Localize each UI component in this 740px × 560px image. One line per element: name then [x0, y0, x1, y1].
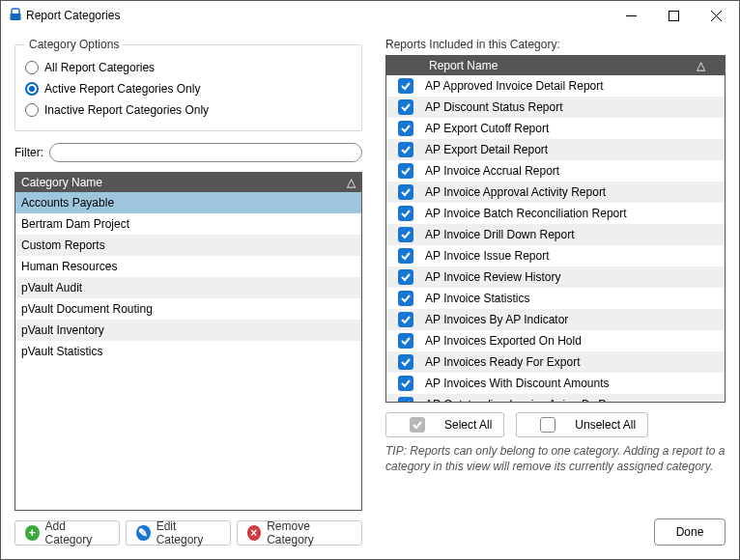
category-header-label: Category Name: [21, 176, 102, 189]
report-row[interactable]: AP Invoice Accrual Report: [386, 160, 725, 182]
report-checkbox[interactable]: [398, 206, 413, 221]
report-checkbox[interactable]: [398, 312, 413, 327]
close-button[interactable]: [695, 2, 737, 29]
category-name: pVault Audit: [21, 281, 82, 294]
maximize-button[interactable]: [652, 2, 695, 29]
pencil-icon: ✎: [136, 525, 151, 541]
category-name: pVault Document Routing: [21, 302, 153, 316]
report-checkbox[interactable]: [398, 121, 413, 136]
radio-option[interactable]: Inactive Report Categories Only: [25, 99, 352, 121]
sort-asc-icon: △: [347, 176, 356, 189]
report-row[interactable]: AP Discount Status Report: [386, 97, 725, 118]
checkbox-checked-icon: [410, 417, 425, 433]
report-row[interactable]: AP Invoice Batch Reconciliation Report: [386, 203, 725, 224]
done-button[interactable]: Done: [654, 518, 726, 546]
report-row[interactable]: AP Invoices Exported On Hold: [386, 330, 725, 351]
category-row[interactable]: pVault Document Routing: [15, 298, 361, 320]
radio-option[interactable]: Active Report Categories Only: [25, 78, 352, 99]
category-row[interactable]: Custom Reports: [15, 235, 361, 256]
category-grid-header[interactable]: Category Name △: [15, 173, 361, 192]
app-icon: [9, 8, 22, 24]
category-name: Accounts Payable: [21, 196, 114, 210]
radio-label: Inactive Report Categories Only: [44, 103, 209, 117]
category-row[interactable]: pVault Inventory: [15, 320, 361, 341]
select-all-label: Select All: [444, 418, 492, 432]
report-row[interactable]: AP Invoice Review History: [386, 266, 725, 288]
report-name: AP Invoices By AP Indicator: [425, 313, 725, 326]
report-checkbox[interactable]: [398, 78, 413, 94]
report-checkbox[interactable]: [398, 397, 413, 402]
radio-label: Active Report Categories Only: [44, 82, 200, 96]
report-row[interactable]: AP Invoice Statistics: [386, 288, 725, 309]
reports-header-label: Report Name: [425, 59, 725, 72]
report-checkbox[interactable]: [398, 227, 413, 242]
category-options-group: Category Options All Report CategoriesAc…: [14, 38, 362, 131]
radio-option[interactable]: All Report Categories: [25, 57, 352, 78]
category-row[interactable]: pVault Audit: [15, 277, 361, 298]
report-name: AP Invoice Review History: [425, 270, 725, 284]
category-options-legend: Category Options: [25, 38, 123, 51]
report-checkbox[interactable]: [398, 184, 413, 200]
titlebar: Report Categories: [1, 1, 739, 30]
category-row[interactable]: Accounts Payable: [15, 192, 361, 213]
report-checkbox[interactable]: [398, 333, 413, 349]
filter-input[interactable]: [49, 143, 362, 162]
remove-category-button[interactable]: × Remove Category: [237, 520, 362, 546]
report-name: AP Invoice Issue Report: [425, 249, 725, 263]
category-name: pVault Inventory: [21, 323, 104, 337]
report-row[interactable]: AP Export Cutoff Report: [386, 118, 725, 139]
select-all-button[interactable]: Select All: [385, 412, 504, 437]
category-row[interactable]: Human Resources: [15, 256, 361, 277]
tip-text: TIP: Reports can only belong to one cate…: [385, 443, 726, 474]
report-row[interactable]: AP Invoice Issue Report: [386, 245, 725, 266]
report-checkbox[interactable]: [398, 291, 413, 306]
report-checkbox[interactable]: [398, 269, 413, 285]
reports-grid: Report Name △ AP Approved Invoice Detail…: [385, 55, 726, 403]
category-name: Custom Reports: [21, 238, 105, 252]
category-row[interactable]: Bertram Dam Project: [15, 213, 361, 235]
report-checkbox[interactable]: [398, 248, 413, 264]
radio-icon: [25, 103, 39, 117]
report-name: AP Invoice Drill Down Report: [425, 228, 725, 241]
window-title: Report Categories: [22, 9, 610, 22]
unselect-all-button[interactable]: Unselect All: [516, 412, 648, 437]
report-checkbox[interactable]: [398, 376, 413, 391]
report-row[interactable]: AP Invoices By AP Indicator: [386, 309, 725, 330]
report-row[interactable]: AP Invoices Ready For Export: [386, 351, 725, 373]
report-checkbox[interactable]: [398, 99, 413, 115]
report-name: AP Approved Invoice Detail Report: [425, 79, 725, 93]
window: Report Categories Category Options All R…: [0, 0, 740, 560]
report-checkbox[interactable]: [398, 163, 413, 179]
report-name: AP Invoices With Discount Amounts: [425, 377, 725, 390]
edit-category-button[interactable]: ✎ Edit Category: [126, 520, 230, 546]
report-name: AP Invoices Exported On Hold: [425, 334, 725, 348]
add-category-button[interactable]: + Add Category: [14, 520, 120, 546]
filter-label: Filter:: [14, 146, 43, 159]
report-name: AP Invoices Ready For Export: [425, 355, 725, 369]
category-name: Human Resources: [21, 260, 117, 273]
svg-rect-3: [669, 11, 678, 20]
radio-label: All Report Categories: [44, 61, 155, 74]
report-checkbox[interactable]: [398, 354, 413, 370]
minimize-button[interactable]: [610, 2, 652, 29]
radio-icon: [25, 61, 39, 74]
reports-grid-header[interactable]: Report Name △: [386, 56, 725, 75]
report-row[interactable]: AP Approved Invoice Detail Report: [386, 75, 725, 97]
report-row[interactable]: AP Export Detail Report: [386, 139, 725, 160]
report-row[interactable]: AP Invoice Approval Activity Report: [386, 182, 725, 203]
report-row[interactable]: AP Invoice Drill Down Report: [386, 224, 725, 245]
svg-rect-1: [11, 14, 21, 20]
done-label: Done: [676, 525, 704, 539]
report-row[interactable]: AP Outstanding Invoice Aging By Processo…: [386, 394, 725, 402]
report-name: AP Export Detail Report: [425, 143, 725, 156]
unselect-all-label: Unselect All: [575, 418, 636, 432]
report-name: AP Discount Status Report: [425, 100, 725, 114]
report-checkbox[interactable]: [398, 142, 413, 157]
category-name: Bertram Dam Project: [21, 217, 129, 231]
report-name: AP Export Cutoff Report: [425, 122, 725, 135]
report-row[interactable]: AP Invoices With Discount Amounts: [386, 373, 725, 394]
report-name: AP Invoice Statistics: [425, 292, 725, 305]
report-name: AP Invoice Batch Reconciliation Report: [425, 207, 725, 220]
category-row[interactable]: pVault Statistics: [15, 341, 361, 362]
radio-icon: [25, 82, 39, 96]
